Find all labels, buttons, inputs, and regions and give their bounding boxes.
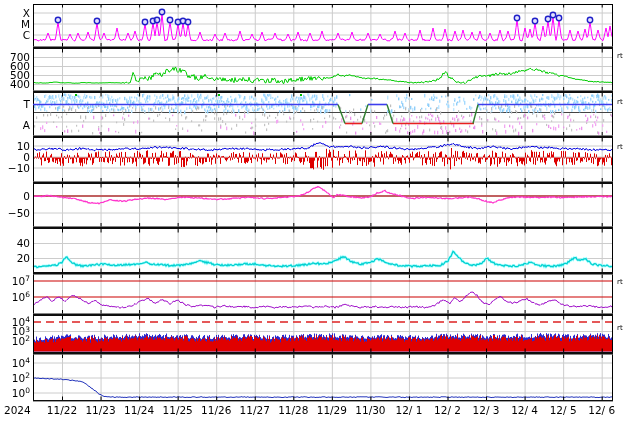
status-transition-line [362, 105, 368, 124]
panel-separator [33, 352, 613, 355]
flare-event-marker [142, 19, 147, 24]
axis-label: −50 [8, 207, 30, 219]
axis-label: 102 [12, 371, 30, 384]
flare-event-marker [55, 17, 60, 22]
status-transition-line [473, 105, 478, 124]
flare-event-marker [532, 18, 537, 23]
flare-event-marker [154, 17, 159, 22]
rt-annotation: rt [617, 324, 623, 332]
panel-separator [33, 91, 613, 94]
date-label: 11/23 [85, 404, 115, 416]
axis-label: 102 [12, 334, 30, 347]
flare-event-marker [587, 17, 592, 22]
axis-label: 107 [12, 274, 30, 287]
panel-separator [33, 136, 613, 139]
axis-label: C [23, 29, 30, 41]
flare-event-marker [550, 12, 555, 17]
date-label: 12/ 1 [395, 404, 422, 416]
axis-label: T [23, 98, 31, 110]
date-label: 11/29 [317, 404, 347, 416]
rt-annotation: rt [617, 52, 623, 60]
panel-separator [33, 227, 613, 230]
axis-label: 40 [17, 237, 30, 249]
panel-separator [33, 182, 613, 185]
year-label: 2024 [4, 404, 31, 416]
rt-annotation: rt [617, 278, 623, 286]
date-label: 12/ 3 [473, 404, 500, 416]
rt-annotation: rt [617, 98, 623, 106]
date-label: 12/ 5 [550, 404, 577, 416]
axis-label: 20 [17, 252, 30, 264]
axis-label: 400 [10, 78, 30, 90]
axis-label: 0 [23, 190, 30, 202]
axis-label: 104 [12, 356, 30, 369]
date-label: 11/30 [355, 404, 385, 416]
panel-separator [33, 47, 613, 50]
space-weather-overview-chart: XMC700600500400TA100−100−504020107106104… [0, 0, 634, 424]
date-label: 11/25 [163, 404, 193, 416]
rt-annotation: rt [617, 143, 623, 151]
flare-event-marker [545, 16, 550, 21]
panel-separator [33, 314, 613, 317]
panel-separator [33, 400, 613, 401]
date-label: 12/ 2 [434, 404, 461, 416]
panel-separator [33, 272, 613, 275]
axis-label: 100 [12, 386, 30, 399]
flare-event-marker [94, 18, 99, 23]
chart-frame-layer: XMC700600500400TA100−100−504020107106104… [0, 0, 634, 424]
date-label: 12/ 6 [588, 404, 615, 416]
date-label: 11/28 [278, 404, 308, 416]
date-label: 12/ 4 [511, 404, 538, 416]
axis-label: −10 [8, 162, 30, 174]
flare-event-marker [556, 15, 561, 20]
axis-label: 106 [12, 290, 30, 303]
date-label: 11/27 [240, 404, 270, 416]
flare-event-marker [514, 15, 519, 20]
date-label: 11/26 [201, 404, 232, 416]
flare-event-marker [185, 19, 190, 24]
status-transition-line [338, 105, 345, 124]
status-transition-line [387, 105, 393, 124]
flare-event-marker [159, 9, 164, 14]
date-label: 11/24 [124, 404, 155, 416]
date-label: 11/22 [47, 404, 77, 416]
axis-label: A [23, 119, 31, 131]
flare-event-marker [167, 17, 172, 22]
